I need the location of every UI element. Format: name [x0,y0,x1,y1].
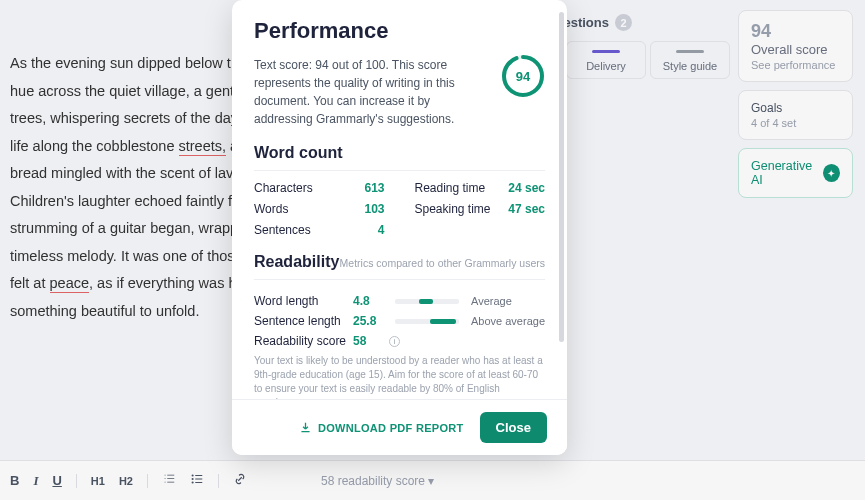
word-count-stats: Characters613 Reading time24 sec Words10… [254,170,545,237]
modal-description: Text score: 94 out of 100. This score re… [254,56,545,128]
readability-score-row: Readability score 58 i [254,334,545,348]
score-ring: 94 [501,54,545,98]
modal-footer: DOWNLOAD PDF REPORT Close [232,399,567,455]
info-icon[interactable]: i [389,336,400,347]
gauge [395,319,459,324]
scrollbar[interactable] [559,12,564,342]
word-count-heading: Word count [254,144,545,162]
performance-modal: Performance Text score: 94 out of 100. T… [232,0,567,455]
gauge [395,299,459,304]
word-length-row: Word length 4.8 Average [254,294,545,308]
svg-text:94: 94 [516,69,531,84]
close-button[interactable]: Close [480,412,547,443]
modal-title: Performance [254,18,545,44]
download-pdf-button[interactable]: DOWNLOAD PDF REPORT [299,421,464,434]
readability-heading: Readability Metrics compared to other Gr… [254,253,545,271]
sentence-length-row: Sentence length 25.8 Above average [254,314,545,328]
